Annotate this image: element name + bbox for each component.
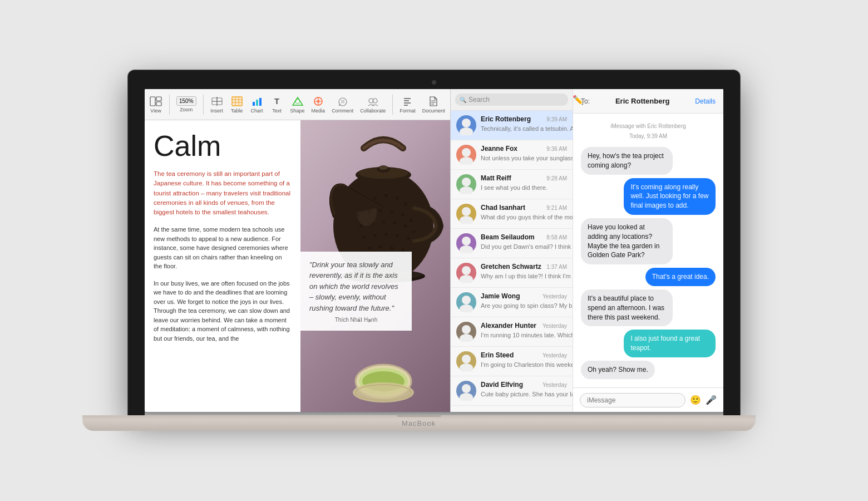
emoji-icon[interactable]: 🙂 [690,395,701,405]
svg-point-73 [462,119,471,127]
conv-item-0[interactable]: Eric Rottenberg 9:39 AM Technically, it'… [451,111,573,140]
svg-rect-2 [156,102,161,106]
toolbar-comment[interactable]: Comment [332,96,353,114]
msg-bubble-1: It's coming along really well. Just look… [624,178,716,215]
details-button[interactable]: Details [695,97,716,105]
svg-point-38 [404,202,407,205]
macbook-label: MacBook [402,419,436,428]
svg-point-36 [384,194,388,197]
conv-time-3: 9:21 AM [546,205,567,211]
svg-point-88 [460,334,473,342]
conv-name-7: Alexander Hunter [481,322,536,330]
msg-bubble-2: Have you looked at adding any locations?… [581,218,673,264]
comment-icon [336,96,349,107]
conv-avatar-1 [456,145,476,165]
conv-item-4[interactable]: Beam Seilaudom 8:58 AM Did you get Dawn'… [451,229,573,258]
svg-point-42 [390,210,393,214]
conv-info-3: Chad Isanhart 9:21 AM What did you guys … [481,204,567,222]
conv-name-3: Chad Isanhart [481,204,525,212]
conv-item-9[interactable]: David Elfving Yesterday Cute baby pictur… [451,376,573,406]
zoom-select[interactable]: 150% [176,96,196,106]
svg-rect-14 [259,98,262,106]
conv-item-1[interactable]: Jeanne Fox 9:36 AM Not unless you take y… [451,140,573,170]
conv-avatar-9 [456,381,476,401]
conv-time-9: Yesterday [542,382,567,388]
svg-point-82 [460,245,473,253]
messages-panel: 🔍 Search ✏️ [451,89,723,412]
conv-item-5[interactable]: Gretchen Schwartz 1:37 AM Why am I up th… [451,258,573,288]
chart-icon [250,96,264,107]
compose-button[interactable]: ✏️ [573,95,584,105]
conv-time-6: Yesterday [542,293,567,299]
conv-info-5: Gretchen Schwartz 1:37 AM Why am I up th… [481,263,567,281]
toolbar-view[interactable]: View [149,96,162,114]
conv-avatar-4 [456,233,476,253]
toolbar-document[interactable]: Document [422,96,445,114]
media-label: Media [312,108,326,114]
svg-rect-12 [253,102,255,106]
toolbar-chart[interactable]: Chart [250,96,264,114]
conv-item-7[interactable]: Alexander Hunter Yesterday I'm running 1… [451,317,573,347]
screen-bezel: View 150% Zoom [128,70,740,415]
svg-point-35 [373,197,377,200]
chat-input[interactable] [580,393,685,407]
microphone-icon[interactable]: 🎤 [706,395,717,405]
pages-document: Calm The tea ceremony is still an import… [145,120,450,412]
format-icon [401,96,414,107]
toolbar-divider-1 [169,95,170,115]
view-icon [149,96,162,107]
chat-date-label: iMessage with Eric Rottenberg [610,123,686,129]
svg-marker-15 [293,97,303,105]
conv-name-5: Gretchen Schwartz [481,263,541,271]
svg-point-55 [407,237,410,240]
toolbar-shape[interactable]: Shape [290,96,305,114]
conv-item-2[interactable]: Matt Reiff 9:28 AM I see what you did th… [451,170,573,199]
toolbar-collaborate[interactable]: Collaborate [360,96,386,114]
chat-input-area: 🙂 🎤 [573,387,723,412]
conv-preview-2: I see what you did there. [481,184,548,191]
messages-search-header: 🔍 Search ✏️ [451,89,573,111]
teapot-bg: "Drink your tea slowly and reverently, a… [300,120,450,412]
svg-point-90 [460,364,473,371]
conv-time-8: Yesterday [542,352,567,358]
svg-point-52 [373,234,377,237]
msg-bubble-0: Hey, how's the tea project coming along? [581,147,673,175]
svg-point-57 [379,245,382,249]
msg-bubble-3: That's a great idea. [645,268,716,286]
quote-text: "Drink your tea slowly and reverently, a… [309,259,403,314]
conv-preview-9: Cute baby picture. She has your lack of … [481,391,573,397]
conv-info-1: Jeanne Fox 9:36 AM Not unless you take y… [481,145,567,163]
conv-avatar-8 [456,351,476,371]
table-label: Table [231,108,243,114]
conv-name-9: David Elfving [481,381,523,389]
svg-point-75 [462,148,471,157]
conv-info-2: Matt Reiff 9:28 AM I see what you did th… [481,174,567,192]
text-label: Text [272,108,282,114]
search-placeholder: Search [468,96,490,104]
insert-label: Insert [210,108,223,114]
svg-point-87 [462,325,471,334]
pages-text-col: Calm The tea ceremony is still an import… [145,120,300,412]
chat-date-section: iMessage with Eric Rottenberg Today, 9:3… [581,120,716,140]
toolbar-insert[interactable]: Insert [210,96,224,114]
search-bar[interactable]: 🔍 Search [455,94,568,106]
toolbar-table[interactable]: Table [230,96,244,114]
toolbar-text[interactable]: T Text [270,96,284,114]
svg-point-81 [462,237,471,245]
toolbar-format[interactable]: Format [400,96,416,114]
conv-item-3[interactable]: Chad Isanhart 9:21 AM What did you guys … [451,199,573,229]
trackpad-notch [397,415,441,417]
conv-time-2: 9:28 AM [546,175,567,181]
conv-item-8[interactable]: Erin Steed Yesterday I'm going to Charle… [451,347,573,376]
quote-box: "Drink your tea slowly and reverently, a… [300,252,412,331]
toolbar-zoom[interactable]: 150% Zoom [176,96,196,112]
conv-time-4: 8:58 AM [546,234,567,240]
conv-name-2: Matt Reiff [481,174,511,182]
conv-item-6[interactable]: Jamie Wong Yesterday Are you going to sp… [451,288,573,317]
chat-messages: iMessage with Eric Rottenberg Today, 9:3… [573,114,723,387]
svg-point-83 [462,266,471,275]
document-icon [427,96,440,107]
toolbar-media[interactable]: Media [312,96,326,114]
svg-point-92 [460,393,473,401]
conv-info-0: Eric Rottenberg 9:39 AM Technically, it'… [481,115,567,133]
